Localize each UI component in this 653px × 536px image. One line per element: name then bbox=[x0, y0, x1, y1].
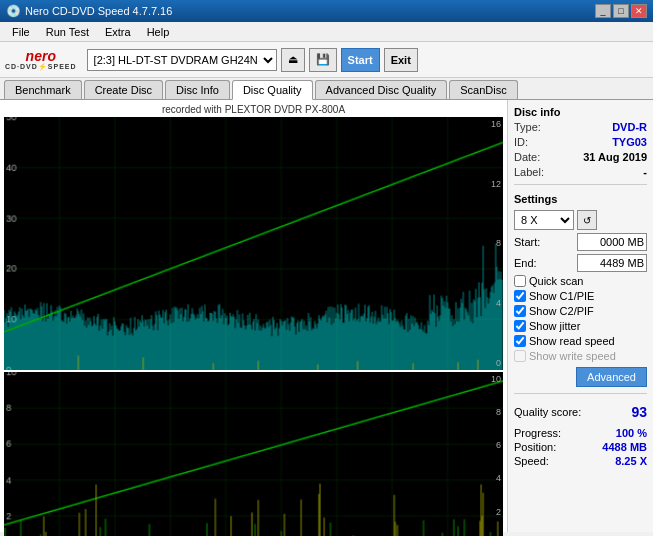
app-icon: 💿 bbox=[6, 4, 21, 18]
position-row: Position: 4488 MB bbox=[514, 441, 647, 453]
window-title: Nero CD-DVD Speed 4.7.7.16 bbox=[25, 5, 172, 17]
speed-value: 8.25 X bbox=[615, 455, 647, 467]
nero-logo-subtitle: CD·DVD⚡SPEED bbox=[5, 63, 77, 71]
disc-type-label: Type: bbox=[514, 121, 541, 133]
tab-benchmark[interactable]: Benchmark bbox=[4, 80, 82, 99]
show-write-speed-checkbox[interactable] bbox=[514, 350, 526, 362]
speed-label: Speed: bbox=[514, 455, 549, 467]
progress-label: Progress: bbox=[514, 427, 561, 439]
quick-scan-checkbox[interactable] bbox=[514, 275, 526, 287]
refresh-button[interactable]: ↺ bbox=[577, 210, 597, 230]
tab-advanced-disc-quality[interactable]: Advanced Disc Quality bbox=[315, 80, 448, 99]
divider-1 bbox=[514, 184, 647, 185]
tab-scan-disc[interactable]: ScanDisc bbox=[449, 80, 517, 99]
quick-scan-label: Quick scan bbox=[529, 275, 583, 287]
show-jitter-label: Show jitter bbox=[529, 320, 580, 332]
disc-date-value: 31 Aug 2019 bbox=[583, 151, 647, 163]
position-label: Position: bbox=[514, 441, 556, 453]
title-bar: 💿 Nero CD-DVD Speed 4.7.7.16 _ □ ✕ bbox=[0, 0, 653, 22]
speed-settings-row: 8 X 1 X 2 X 4 X MAX ↺ bbox=[514, 210, 647, 230]
tab-create-disc[interactable]: Create Disc bbox=[84, 80, 163, 99]
save-button[interactable]: 💾 bbox=[309, 48, 337, 72]
show-read-speed-row[interactable]: Show read speed bbox=[514, 335, 647, 347]
chart-container: 16 12 8 4 0 10 8 6 4 2 0 bbox=[4, 117, 503, 536]
show-read-speed-checkbox[interactable] bbox=[514, 335, 526, 347]
start-button[interactable]: Start bbox=[341, 48, 380, 72]
menu-extra[interactable]: Extra bbox=[97, 25, 139, 39]
title-bar-left: 💿 Nero CD-DVD Speed 4.7.7.16 bbox=[6, 4, 172, 18]
show-write-speed-row[interactable]: Show write speed bbox=[514, 350, 647, 362]
show-c2pif-checkbox[interactable] bbox=[514, 305, 526, 317]
settings-title: Settings bbox=[514, 193, 647, 205]
disc-date-row: Date: 31 Aug 2019 bbox=[514, 151, 647, 163]
show-read-speed-label: Show read speed bbox=[529, 335, 615, 347]
disc-id-label: ID: bbox=[514, 136, 528, 148]
progress-section: Progress: 100 % Position: 4488 MB Speed:… bbox=[514, 427, 647, 467]
show-c1pie-label: Show C1/PIE bbox=[529, 290, 594, 302]
position-value: 4488 MB bbox=[602, 441, 647, 453]
show-write-speed-label: Show write speed bbox=[529, 350, 616, 362]
upper-chart: 16 12 8 4 0 bbox=[4, 117, 503, 370]
toolbar: nero CD·DVD⚡SPEED [2:3] HL-DT-ST DVDRAM … bbox=[0, 42, 653, 78]
start-label: Start: bbox=[514, 236, 540, 248]
lower-chart: 10 8 6 4 2 0 bbox=[4, 372, 503, 536]
lower-y-axis-right: 10 8 6 4 2 0 bbox=[481, 372, 503, 536]
close-button[interactable]: ✕ bbox=[631, 4, 647, 18]
show-c1pie-checkbox[interactable] bbox=[514, 290, 526, 302]
end-input[interactable] bbox=[577, 254, 647, 272]
nero-logo-text: nero bbox=[26, 49, 56, 63]
minimize-button[interactable]: _ bbox=[595, 4, 611, 18]
end-label: End: bbox=[514, 257, 537, 269]
advanced-button[interactable]: Advanced bbox=[576, 367, 647, 387]
show-jitter-row[interactable]: Show jitter bbox=[514, 320, 647, 332]
quality-score-label: Quality score: bbox=[514, 406, 581, 418]
start-row: Start: bbox=[514, 233, 647, 251]
end-row: End: bbox=[514, 254, 647, 272]
chart-title: recorded with PLEXTOR DVDR PX-800A bbox=[4, 104, 503, 115]
quality-score-value: 93 bbox=[631, 404, 647, 420]
menu-file[interactable]: File bbox=[4, 25, 38, 39]
disc-label-row: Label: - bbox=[514, 166, 647, 178]
menu-run-test[interactable]: Run Test bbox=[38, 25, 97, 39]
disc-label-label: Label: bbox=[514, 166, 544, 178]
show-c2pif-label: Show C2/PIF bbox=[529, 305, 594, 317]
tab-bar: Benchmark Create Disc Disc Info Disc Qua… bbox=[0, 78, 653, 100]
quick-scan-row[interactable]: Quick scan bbox=[514, 275, 647, 287]
divider-2 bbox=[514, 393, 647, 394]
exit-button[interactable]: Exit bbox=[384, 48, 418, 72]
upper-chart-canvas bbox=[4, 117, 503, 370]
disc-id-row: ID: TYG03 bbox=[514, 136, 647, 148]
sidebar: Disc info Type: DVD-R ID: TYG03 Date: 31… bbox=[508, 100, 653, 532]
drive-select[interactable]: [2:3] HL-DT-ST DVDRAM GH24NSD0 LH00 bbox=[87, 49, 277, 71]
disc-type-row: Type: DVD-R bbox=[514, 121, 647, 133]
disc-info-title: Disc info bbox=[514, 106, 647, 118]
show-c1pie-row[interactable]: Show C1/PIE bbox=[514, 290, 647, 302]
menu-bar: File Run Test Extra Help bbox=[0, 22, 653, 42]
disc-eject-button[interactable]: ⏏ bbox=[281, 48, 305, 72]
disc-date-label: Date: bbox=[514, 151, 540, 163]
start-input[interactable] bbox=[577, 233, 647, 251]
menu-help[interactable]: Help bbox=[139, 25, 178, 39]
chart-area: recorded with PLEXTOR DVDR PX-800A 16 12… bbox=[0, 100, 508, 532]
speed-select[interactable]: 8 X 1 X 2 X 4 X MAX bbox=[514, 210, 574, 230]
progress-value: 100 % bbox=[616, 427, 647, 439]
disc-type-value: DVD-R bbox=[612, 121, 647, 133]
quality-score-row: Quality score: 93 bbox=[514, 404, 647, 420]
disc-label-value: - bbox=[643, 166, 647, 178]
show-c2pif-row[interactable]: Show C2/PIF bbox=[514, 305, 647, 317]
main-content: recorded with PLEXTOR DVDR PX-800A 16 12… bbox=[0, 100, 653, 532]
tab-disc-quality[interactable]: Disc Quality bbox=[232, 80, 313, 100]
lower-chart-canvas bbox=[4, 372, 503, 536]
speed-row: Speed: 8.25 X bbox=[514, 455, 647, 467]
nero-logo: nero CD·DVD⚡SPEED bbox=[5, 49, 77, 71]
disc-id-value: TYG03 bbox=[612, 136, 647, 148]
progress-row: Progress: 100 % bbox=[514, 427, 647, 439]
show-jitter-checkbox[interactable] bbox=[514, 320, 526, 332]
maximize-button[interactable]: □ bbox=[613, 4, 629, 18]
tab-disc-info[interactable]: Disc Info bbox=[165, 80, 230, 99]
upper-y-axis-right: 16 12 8 4 0 bbox=[481, 117, 503, 370]
title-bar-controls: _ □ ✕ bbox=[595, 4, 647, 18]
